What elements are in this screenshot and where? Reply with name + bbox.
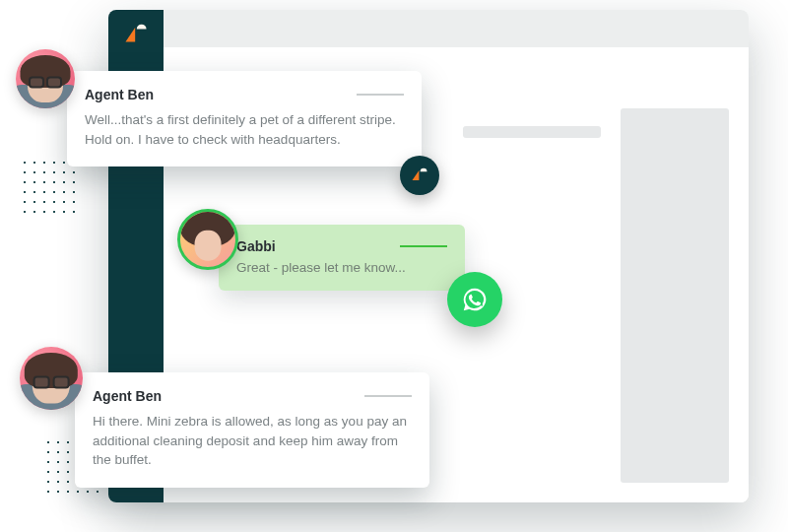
brand-mark[interactable] bbox=[120, 20, 152, 51]
message-divider bbox=[357, 94, 404, 96]
decorative-dots bbox=[20, 158, 79, 217]
sender-name: Agent Ben bbox=[93, 388, 162, 404]
skeleton-line bbox=[463, 126, 601, 138]
zendesk-logo-icon bbox=[410, 166, 429, 185]
zendesk-logo-icon bbox=[123, 23, 149, 48]
top-bar bbox=[164, 10, 749, 47]
sender-name: Gabbi bbox=[236, 238, 276, 254]
sender-name: Agent Ben bbox=[85, 87, 154, 102]
chat-message-agent: Agent Ben Well...that's a first definite… bbox=[67, 71, 422, 166]
whatsapp-icon bbox=[460, 285, 490, 314]
avatar-agent-ben bbox=[16, 49, 75, 108]
skeleton-panel bbox=[621, 108, 729, 483]
avatar-agent-ben bbox=[20, 347, 83, 410]
message-body: Great - please let me know... bbox=[236, 260, 447, 275]
message-body: Well...that's a first definitely a pet o… bbox=[85, 110, 404, 149]
avatar-customer-gabbi bbox=[177, 209, 238, 270]
message-divider bbox=[400, 245, 447, 247]
message-body: Hi there. Mini zebra is allowed, as long… bbox=[93, 412, 412, 470]
channel-badge-whatsapp bbox=[447, 272, 502, 327]
channel-badge-native bbox=[400, 156, 439, 195]
chat-message-customer: Gabbi Great - please let me know... bbox=[219, 225, 465, 291]
chat-message-agent: Agent Ben Hi there. Mini zebra is allowe… bbox=[75, 372, 429, 488]
message-divider bbox=[364, 395, 412, 397]
